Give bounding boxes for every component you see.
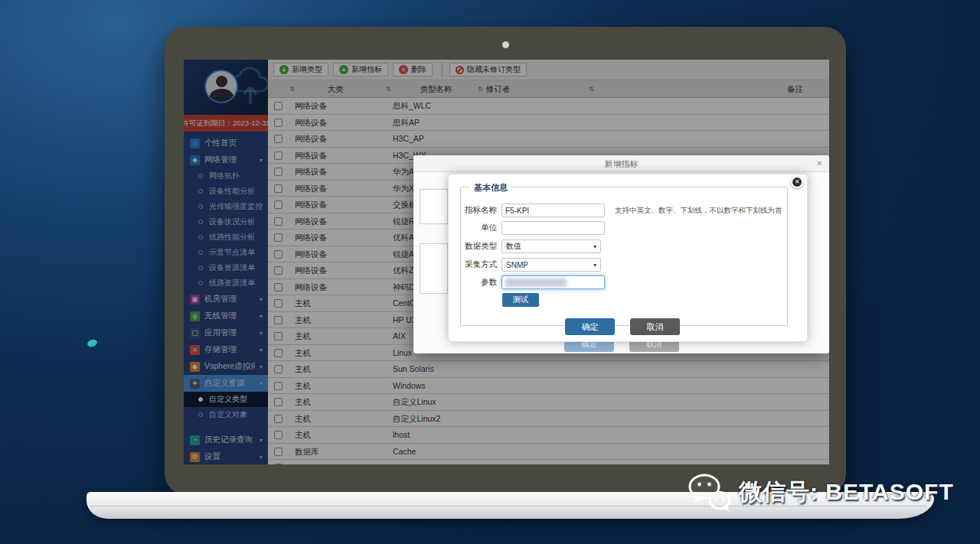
param-input[interactable]	[501, 275, 605, 289]
indicator-name-input[interactable]	[501, 204, 605, 217]
ok-button[interactable]: 确定	[565, 318, 615, 335]
marketing-background: 许可证到期日：2023-12-31 ⌂个性首页◈网络管理▾网络拓扑设备性能分析光…	[0, 0, 980, 544]
field-indicator-name: 指标名称 支持中英文、数字、下划线，不以数字和下划线为首	[459, 204, 795, 217]
basic-info-legend: 基本信息	[470, 182, 511, 194]
field-data-type: 数据类型 数值 ▾	[459, 239, 795, 253]
cancel-button[interactable]: 取消	[630, 318, 680, 335]
laptop-camera	[502, 41, 509, 48]
chevron-down-icon: ▾	[593, 262, 596, 269]
add-indicator-dialog: 新增指标 × 确定 取消 ✕ 基本信息 指标名称 支持中英文、数字、下划线，不以…	[413, 155, 829, 353]
watermark: 微信号: BETASOFT	[688, 472, 954, 512]
unit-label: 单位	[459, 223, 497, 233]
chevron-down-icon: ▾	[593, 243, 596, 250]
collect-method-label: 采集方式	[459, 259, 497, 270]
watermark-text: 微信号: BETASOFT	[739, 477, 954, 508]
data-type-select[interactable]: 数值 ▾	[501, 239, 601, 253]
indicator-name-hint: 支持中英文、数字、下划线，不以数字和下划线为首	[615, 206, 782, 216]
data-type-value: 数值	[506, 241, 593, 252]
param-label: 参数	[459, 277, 497, 288]
background-field-box	[420, 243, 448, 294]
unit-input[interactable]	[501, 221, 605, 235]
test-button[interactable]: 测试	[502, 293, 539, 307]
field-unit: 单位	[459, 221, 795, 235]
collect-method-value: SNMP	[506, 261, 593, 269]
teal-accent-dot	[87, 338, 98, 348]
close-icon[interactable]: ×	[816, 155, 822, 172]
app-screen: 许可证到期日：2023-12-31 ⌂个性首页◈网络管理▾网络拓扑设备性能分析光…	[184, 60, 829, 464]
collect-method-select[interactable]: SNMP ▾	[501, 258, 601, 272]
background-field-box	[420, 189, 448, 224]
indicator-name-label: 指标名称	[459, 205, 497, 216]
add-indicator-panel: ✕ 基本信息 指标名称 支持中英文、数字、下划线，不以数字和下划线为首 单位	[448, 174, 808, 342]
data-type-label: 数据类型	[459, 241, 497, 252]
dialog-title: 新增指标	[605, 159, 639, 168]
wechat-icon	[688, 472, 732, 512]
close-circle-icon[interactable]: ✕	[791, 176, 803, 188]
field-collect-method: 采集方式 SNMP ▾	[459, 258, 795, 272]
censored-value	[505, 279, 567, 287]
dialog-body: 确定 取消 ✕ 基本信息 指标名称 支持中英文、数字、下划线，不以数字和下划线为…	[413, 172, 829, 353]
field-param: 参数	[459, 275, 795, 289]
dialog-titlebar: 新增指标 ×	[413, 155, 829, 172]
